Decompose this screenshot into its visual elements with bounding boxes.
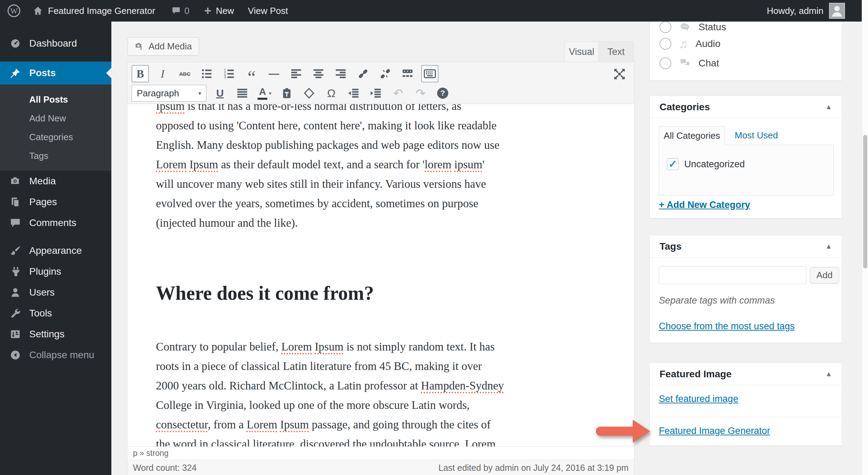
admin-bar: W Featured Image Generator 0 New View Po… (0, 0, 868, 22)
collapse-toggle-icon[interactable]: ▲ (825, 103, 832, 111)
indent-button[interactable] (367, 84, 385, 102)
uncategorized-label[interactable]: Uncategorized (684, 159, 745, 170)
collapse-toggle-icon[interactable]: ▲ (825, 370, 832, 378)
text-segment: Contrary to popular belief, (156, 340, 281, 353)
toolbar-toggle-button[interactable] (421, 65, 439, 82)
radio-chat[interactable] (660, 57, 671, 69)
align-center-button[interactable] (310, 65, 327, 82)
categories-panel-header[interactable]: Categories ▲ (650, 96, 842, 118)
page-scrollbar-thumb[interactable] (863, 135, 867, 268)
distraction-free-button[interactable] (613, 67, 626, 81)
dashboard-icon (10, 38, 21, 49)
tab-most-used[interactable]: Most Used (735, 130, 778, 141)
special-character-button[interactable]: Ω (323, 84, 340, 102)
redo-button[interactable]: ↷ (412, 84, 429, 102)
numbered-list-icon: 123 (223, 68, 235, 80)
sidebar-item-settings[interactable]: Settings (0, 324, 111, 345)
format-chat-label[interactable]: Chat (699, 58, 719, 69)
tab-visual[interactable]: Visual (565, 41, 599, 62)
element-path[interactable]: p » strong (133, 449, 168, 458)
sidebar-item-posts[interactable]: Posts (0, 62, 111, 84)
misspelled-word: Ipsum (315, 340, 344, 353)
sidebar-item-tools[interactable]: Tools (0, 303, 111, 324)
sidebar-item-collapse-menu[interactable]: Collapse menu (0, 345, 111, 365)
admin-bar-new[interactable]: New (203, 6, 234, 16)
italic-button[interactable]: I (154, 65, 171, 82)
checkmark-icon: ✓ (668, 159, 677, 169)
format-status-label[interactable]: Status (699, 22, 726, 33)
radio-audio[interactable] (660, 38, 671, 50)
paragraph-format-value: Paragraph (137, 88, 179, 99)
featured-image-generator-link[interactable]: Featured Image Generator (659, 426, 770, 436)
bulleted-list-button[interactable] (198, 65, 216, 82)
add-tag-button[interactable]: Add (810, 267, 839, 283)
sidebar-item-dashboard[interactable]: Dashboard (0, 33, 111, 54)
tags-title: Tags (660, 241, 681, 252)
wordpress-logo-menu[interactable]: W (7, 4, 21, 18)
admin-bar-account-menu[interactable]: Howdy, admin (767, 3, 845, 19)
new-tag-input[interactable] (659, 266, 806, 284)
paste-as-text-icon (281, 87, 293, 99)
radio-status[interactable] (660, 21, 671, 33)
strikethrough-button[interactable]: ABC (176, 65, 194, 82)
choose-most-used-tags-link[interactable]: Choose from the most used tags (659, 321, 795, 332)
format-audio-label[interactable]: Audio (696, 38, 721, 49)
paragraph-format-dropdown[interactable]: Paragraph ▾ (132, 85, 206, 102)
submenu-item-all-posts[interactable]: All Posts (0, 90, 111, 109)
sidebar-item-label: Plugins (29, 266, 61, 277)
tab-text[interactable]: Text (599, 41, 634, 62)
align-left-button[interactable] (287, 65, 305, 82)
bold-button[interactable]: B (132, 65, 149, 82)
add-new-category-link[interactable]: + Add New Category (659, 200, 750, 210)
misspelled-word: Lorem (247, 418, 277, 431)
admin-bar-view-post[interactable]: View Post (248, 6, 288, 16)
set-featured-image-link[interactable]: Set featured image (659, 394, 738, 404)
justify-icon (236, 87, 248, 99)
annotation-arrow-shaft (596, 427, 633, 436)
tags-hint-text: Separate tags with commas (659, 295, 775, 306)
submenu-item-tags[interactable]: Tags (0, 146, 111, 165)
uncategorized-checkbox[interactable]: ✓ (667, 158, 679, 170)
numbered-list-button[interactable]: 123 (221, 65, 238, 82)
sidebar-item-media[interactable]: Media (0, 171, 111, 192)
text-color-button[interactable]: A ▾ (256, 84, 273, 102)
admin-bar-site-name[interactable]: Featured Image Generator (33, 6, 155, 16)
tab-all-categories[interactable]: All Categories (659, 126, 725, 145)
undo-icon: ↶ (393, 86, 403, 100)
submenu-label: Categories (29, 132, 73, 143)
submenu-item-add-new[interactable]: Add New (0, 109, 111, 128)
horizontal-rule-button[interactable]: — (265, 65, 283, 82)
svg-text:3: 3 (224, 75, 226, 79)
undo-button[interactable]: ↶ (389, 84, 407, 102)
collapse-toggle-icon[interactable]: ▲ (825, 242, 832, 250)
text-segment: passage, and going through the cites of (309, 418, 490, 431)
sidebar-item-label: Media (29, 176, 56, 187)
sidebar-item-comments[interactable]: Comments (0, 212, 111, 233)
format-audio-icon: ♫ (679, 38, 688, 50)
sidebar-item-appearance[interactable]: Appearance (0, 240, 111, 261)
tags-panel-header[interactable]: Tags ▲ (650, 235, 842, 258)
blockquote-button[interactable]: “ (243, 65, 260, 82)
featured-image-panel-header[interactable]: Featured Image ▲ (650, 363, 842, 385)
remove-link-button[interactable] (377, 65, 394, 82)
tab-all-categories-label: All Categories (664, 130, 720, 141)
sidebar-item-users[interactable]: Users (0, 282, 111, 303)
outdent-button[interactable] (345, 84, 362, 102)
clear-formatting-button[interactable] (300, 84, 318, 102)
sidebar-item-pages[interactable]: Pages (0, 192, 111, 212)
indent-icon (370, 87, 382, 99)
paste-as-text-button[interactable] (278, 84, 295, 102)
admin-bar-comments[interactable]: 0 (171, 6, 189, 16)
sidebar-item-plugins[interactable]: Plugins (0, 261, 111, 282)
underline-button[interactable]: U (211, 84, 229, 102)
help-button[interactable]: ? (434, 84, 451, 102)
text-color-icon: A (258, 87, 267, 100)
read-more-button[interactable] (399, 65, 416, 82)
justify-button[interactable] (234, 84, 251, 102)
submenu-item-categories[interactable]: Categories (0, 128, 111, 146)
add-media-button[interactable]: Add Media (127, 37, 199, 56)
editor-content-area[interactable]: Ipsum is that it has a more-or-less norm… (127, 104, 634, 446)
align-right-button[interactable] (332, 65, 349, 82)
insert-link-button[interactable] (354, 65, 372, 82)
annotation-arrow-head (633, 420, 650, 443)
